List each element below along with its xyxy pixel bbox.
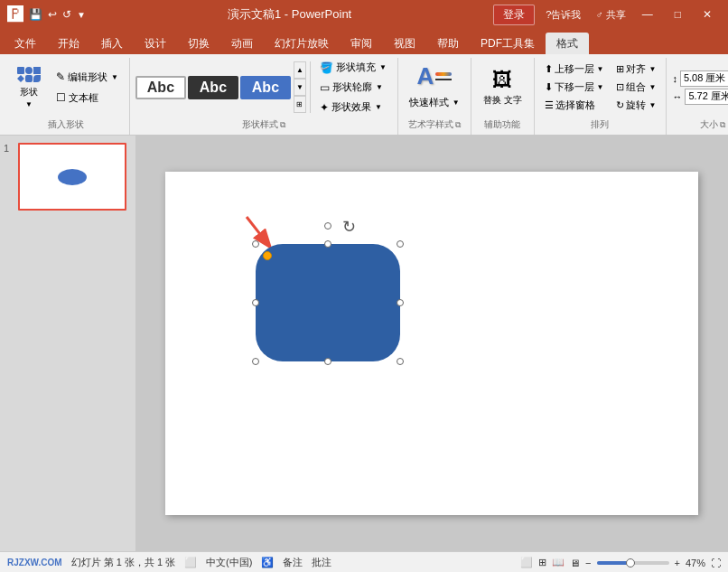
height-input[interactable]: [680, 70, 728, 87]
main-area: 1 ↻: [0, 136, 728, 551]
style-sample-1[interactable]: Abc: [135, 76, 186, 99]
tab-review[interactable]: 审阅: [340, 33, 383, 54]
status-view-icon[interactable]: ⬜: [184, 557, 197, 568]
minimize-button[interactable]: —: [633, 5, 662, 24]
rotate-button[interactable]: ↻ 旋转 ▼: [611, 97, 660, 114]
canvas-area: ↻: [135, 136, 728, 551]
scroll-up-button[interactable]: ▲: [294, 61, 306, 79]
normal-view-btn[interactable]: ⬜: [520, 557, 533, 568]
tab-view[interactable]: 视图: [383, 33, 426, 54]
handle-rotate[interactable]: [324, 222, 331, 230]
handle-bottom-left[interactable]: [252, 358, 259, 365]
tab-design[interactable]: 设计: [134, 33, 177, 54]
zoom-in-btn[interactable]: +: [675, 558, 680, 568]
comments-label[interactable]: 批注: [312, 556, 331, 569]
corner-adjust-dot[interactable]: [263, 251, 272, 260]
scroll-down-button[interactable]: ▼: [294, 79, 306, 96]
text-box-button[interactable]: ☐文本框: [51, 89, 124, 108]
shape-format-options: 🪣 形状填充 ▼ ▭ 形状轮廓 ▼ ✦ 形状效果 ▼: [314, 58, 392, 117]
handle-bottom-right[interactable]: [397, 358, 404, 365]
shape-styles-expand[interactable]: ⧉: [280, 120, 285, 130]
replace-text-button[interactable]: 🖼 替换 文字: [477, 65, 528, 110]
size-inputs: ↕ ▲▼ ↔ ▲▼: [672, 70, 728, 105]
arrange-content: ⬆ 上移一层 ▼ ⬇ 下移一层 ▼ ☰ 选择窗格: [540, 58, 661, 117]
close-button[interactable]: ✕: [694, 5, 721, 24]
size-expand[interactable]: ⧉: [720, 120, 725, 130]
svg-line-1: [247, 217, 269, 246]
fit-slide-btn[interactable]: ⛶: [711, 558, 721, 568]
rounded-rect-shape[interactable]: [256, 244, 400, 361]
handle-top-left[interactable]: [252, 240, 259, 248]
zoom-slider[interactable]: [597, 561, 669, 565]
ribbon-group-size: ↕ ▲▼ ↔ ▲▼ 大小 ⧉: [667, 58, 728, 135]
tab-home[interactable]: 开始: [47, 33, 90, 54]
tab-animations[interactable]: 动画: [220, 33, 264, 54]
zoom-thumb: [626, 558, 635, 567]
tab-pdf-tools[interactable]: PDF工具集: [470, 33, 546, 54]
title-bar-center: 演示文稿1 - PowerPoint: [228, 6, 351, 23]
scroll-more-button[interactable]: ⊞: [294, 96, 306, 113]
quick-access-redo[interactable]: ↺: [62, 8, 71, 21]
quick-access-save[interactable]: 💾: [29, 8, 42, 21]
art-style-content: A 快速样式 ▼: [404, 58, 465, 117]
ribbon-content: 形状 ▼ ✎编辑形状▼ ☐文本框 插入形状: [0, 54, 728, 136]
reading-view-btn[interactable]: 📖: [552, 557, 565, 568]
style-sample-3[interactable]: Abc: [240, 76, 291, 99]
slide-canvas[interactable]: ↻: [165, 172, 698, 515]
edit-shape-button[interactable]: ✎编辑形状▼: [51, 68, 124, 87]
slide-thumbnail-item[interactable]: 1: [4, 143, 132, 211]
group-button[interactable]: ⊡ 组合 ▼: [611, 79, 660, 96]
title-bar-left: 🅿 💾 ↩ ↺ ▼: [7, 5, 86, 24]
art-style-label: 艺术字样式 ⧉: [408, 117, 461, 131]
zoom-out-btn[interactable]: −: [585, 558, 591, 568]
watermark-text: RJZXW.COM: [7, 558, 62, 567]
ribbon-group-shape-styles: Abc Abc Abc ▲ ▼ ⊞ 🪣 形状填充 ▼ ▭ 形状轮廓: [130, 58, 398, 135]
insert-shape-label: 插入形状: [48, 117, 84, 131]
quick-access-undo[interactable]: ↩: [48, 8, 57, 21]
art-style-expand[interactable]: ⧉: [455, 120, 461, 130]
notes-label[interactable]: 备注: [283, 556, 303, 569]
shapes-label: 形状: [20, 86, 38, 98]
quick-style-button[interactable]: 快速样式 ▼: [404, 93, 465, 112]
ribbon-group-insert-shape: 形状 ▼ ✎编辑形状▼ ☐文本框 插入形状: [4, 58, 130, 135]
login-button[interactable]: 登录: [493, 5, 535, 25]
width-input[interactable]: [685, 89, 728, 105]
thumb-shape: [58, 169, 87, 185]
tab-transitions[interactable]: 切换: [177, 33, 220, 54]
status-bar: RJZXW.COM 幻灯片 第 1 张，共 1 张 ⬜ 中文(中国) ♿ 备注 …: [0, 551, 728, 572]
handle-top-right[interactable]: [397, 240, 404, 248]
shape-container[interactable]: ↻: [256, 244, 400, 361]
send-backward-button[interactable]: ⬇ 下移一层 ▼: [540, 79, 609, 96]
tab-slideshow[interactable]: 幻灯片放映: [264, 33, 340, 54]
title-bar-right: 登录 ?告诉我 ♂ 共享 — □ ✕: [493, 5, 721, 25]
slide-number: 1: [4, 143, 14, 154]
tab-format[interactable]: 格式: [546, 33, 589, 54]
size-content: ↕ ▲▼ ↔ ▲▼: [672, 58, 728, 117]
style-sample-2[interactable]: Abc: [188, 76, 238, 99]
presenter-view-btn[interactable]: 🖥: [570, 558, 580, 568]
slide-panel: 1: [0, 136, 135, 551]
selection-pane-button[interactable]: ☰ 选择窗格: [540, 97, 609, 114]
tab-file[interactable]: 文件: [4, 33, 47, 54]
ribbon-tabs: 文件 开始 插入 设计 切换 动画 幻灯片放映 审阅 视图 帮助 PDF工具集 …: [0, 29, 728, 54]
tab-insert[interactable]: 插入: [90, 33, 134, 54]
zoom-level[interactable]: 47%: [686, 558, 705, 568]
shapes-button[interactable]: 形状 ▼: [9, 62, 49, 113]
shape-effect-button[interactable]: ✦ 形状效果 ▼: [314, 98, 392, 117]
shape-styles-label: 形状样式 ⧉: [242, 117, 285, 131]
accessibility-status: ♿: [261, 557, 274, 568]
align-button[interactable]: ⊞ 对齐 ▼: [611, 61, 660, 78]
powerpoint-icon: 🅿: [7, 5, 23, 24]
ribbon-group-arrange: ⬆ 上移一层 ▼ ⬇ 下移一层 ▼ ☰ 选择窗格: [535, 58, 667, 135]
size-label: 大小 ⧉: [700, 117, 725, 131]
bring-forward-button[interactable]: ⬆ 上移一层 ▼: [540, 61, 609, 78]
slide-thumbnail[interactable]: [18, 143, 126, 211]
slide-sorter-btn[interactable]: ⊞: [538, 557, 546, 568]
rotate-icon[interactable]: ↻: [342, 217, 356, 237]
width-label: ↔: [672, 91, 682, 102]
quick-access-more[interactable]: ▼: [77, 10, 86, 20]
tab-help[interactable]: 帮助: [426, 33, 470, 54]
shape-outline-button[interactable]: ▭ 形状轮廓 ▼: [314, 78, 392, 97]
maximize-button[interactable]: □: [666, 5, 690, 24]
shape-fill-button[interactable]: 🪣 形状填充 ▼: [314, 58, 392, 77]
